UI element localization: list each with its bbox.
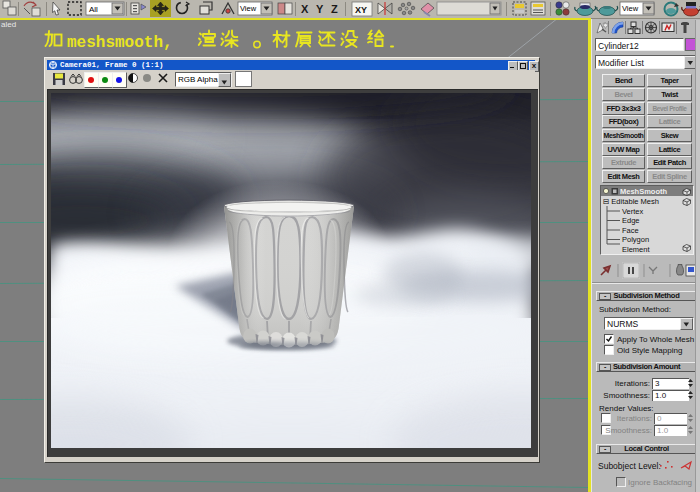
svg-text:View: View bbox=[240, 4, 257, 13]
svg-text:X: X bbox=[301, 3, 309, 15]
svg-text:aled: aled bbox=[1, 20, 16, 29]
svg-text:Y: Y bbox=[316, 3, 324, 15]
svg-text:All: All bbox=[89, 5, 98, 14]
svg-text:meshsmooth,: meshsmooth, bbox=[67, 34, 173, 52]
svg-text:View: View bbox=[622, 4, 639, 13]
svg-text:Z: Z bbox=[331, 3, 338, 15]
svg-text:XY: XY bbox=[355, 5, 367, 15]
